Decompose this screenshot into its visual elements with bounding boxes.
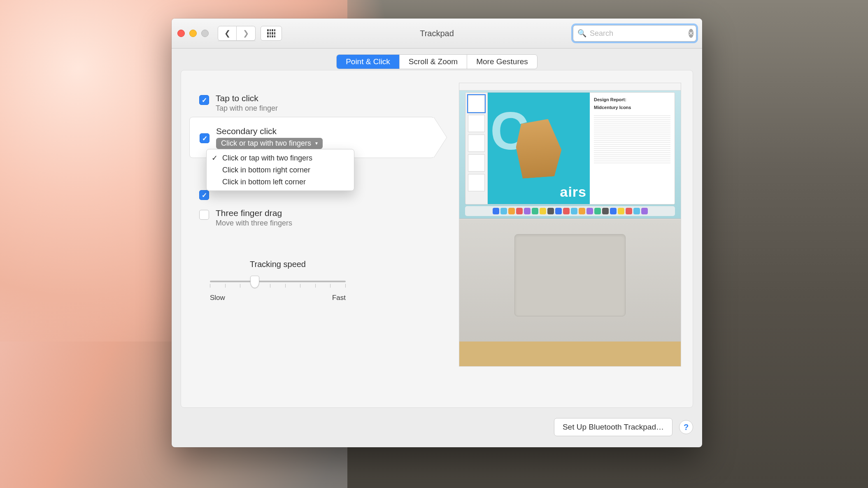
menu-item-two-fingers[interactable]: ✓ Click or tap with two fingers bbox=[207, 152, 354, 164]
chevron-right-icon: ❯ bbox=[243, 29, 249, 38]
checkbox-secondary-click[interactable] bbox=[200, 133, 209, 143]
option-secondary-click[interactable]: Secondary click Click or tap with two fi… bbox=[189, 117, 435, 158]
popup-label: Click or tap with two fingers bbox=[221, 139, 311, 148]
search-input[interactable] bbox=[590, 29, 685, 38]
preview-screen: C airs Design Report: Midcentury Icons bbox=[459, 83, 681, 219]
slider-max-label: Fast bbox=[332, 294, 346, 302]
slider-min-label: Slow bbox=[210, 294, 225, 302]
checkbox-look-up[interactable] bbox=[199, 190, 209, 200]
options-list: Tap to click Tap with one finger Seconda… bbox=[189, 89, 435, 232]
tab-point-click[interactable]: Point & Click bbox=[337, 55, 400, 69]
help-icon: ? bbox=[684, 423, 689, 432]
tab-bar: Point & Click Scroll & Zoom More Gesture… bbox=[172, 54, 702, 69]
tracking-speed-label: Tracking speed bbox=[210, 260, 346, 269]
content-panel: Tap to click Tap with one finger Seconda… bbox=[181, 70, 693, 408]
help-button[interactable]: ? bbox=[679, 420, 693, 434]
prefs-window: ❮ ❯ Trackpad 🔍 ✕ Point & Click Scroll & … bbox=[172, 19, 702, 447]
option-title: Tap to click bbox=[216, 93, 278, 103]
checkmark-icon: ✓ bbox=[211, 153, 218, 163]
back-button[interactable]: ❮ bbox=[218, 26, 237, 41]
minimize-window-button[interactable] bbox=[189, 30, 197, 37]
option-title: Secondary click bbox=[216, 126, 323, 136]
tracking-speed-slider[interactable] bbox=[210, 276, 346, 290]
option-tap-to-click[interactable]: Tap to click Tap with one finger bbox=[189, 89, 435, 117]
checkbox-tap-to-click[interactable] bbox=[199, 95, 209, 105]
show-all-button[interactable] bbox=[261, 26, 282, 41]
option-subtitle: Tap with one finger bbox=[216, 104, 278, 113]
tab-scroll-zoom[interactable]: Scroll & Zoom bbox=[400, 55, 467, 69]
chevron-down-icon: ▾ bbox=[315, 140, 318, 146]
tracking-speed: Tracking speed Slow Fast bbox=[210, 260, 346, 302]
menu-item-bottom-right[interactable]: Click in bottom right corner bbox=[207, 164, 354, 176]
preview-laptop-body bbox=[459, 219, 681, 366]
titlebar: ❮ ❯ Trackpad 🔍 ✕ bbox=[172, 19, 702, 49]
clear-search-button[interactable]: ✕ bbox=[689, 29, 693, 38]
search-icon: 🔍 bbox=[577, 29, 586, 38]
option-title: Three finger drag bbox=[216, 208, 292, 218]
nav-back-forward: ❮ ❯ bbox=[218, 26, 256, 41]
tab-more-gestures[interactable]: More Gestures bbox=[467, 55, 537, 69]
menu-item-bottom-left[interactable]: Click in bottom left corner bbox=[207, 176, 354, 188]
search-field[interactable]: 🔍 ✕ bbox=[573, 25, 696, 42]
grid-icon bbox=[267, 29, 275, 37]
close-window-button[interactable] bbox=[177, 30, 185, 37]
setup-bluetooth-trackpad-button[interactable]: Set Up Bluetooth Trackpad… bbox=[554, 418, 673, 436]
gesture-preview: C airs Design Report: Midcentury Icons bbox=[459, 83, 681, 367]
chevron-left-icon: ❮ bbox=[224, 29, 230, 38]
checkbox-three-finger-drag[interactable] bbox=[199, 210, 209, 220]
forward-button[interactable]: ❯ bbox=[237, 26, 256, 41]
secondary-click-popup[interactable]: Click or tap with two fingers ▾ bbox=[216, 138, 323, 149]
secondary-click-menu: ✓ Click or tap with two fingers Click in… bbox=[206, 149, 354, 191]
zoom-window-button[interactable] bbox=[201, 30, 209, 37]
slider-knob[interactable] bbox=[250, 276, 259, 288]
window-controls bbox=[177, 30, 209, 37]
preview-trackpad bbox=[514, 234, 626, 316]
footer: Set Up Bluetooth Trackpad… ? bbox=[181, 416, 693, 438]
option-subtitle: Move with three fingers bbox=[216, 219, 292, 228]
option-three-finger-drag[interactable]: Three finger drag Move with three finger… bbox=[189, 204, 435, 232]
